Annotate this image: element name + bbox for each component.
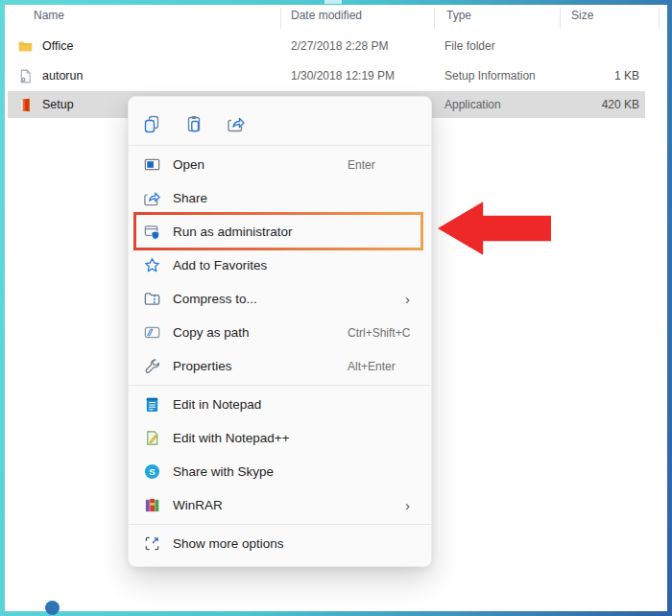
selection-drag-handle[interactable] <box>45 601 60 615</box>
winrar-icon <box>142 496 161 515</box>
quick-actions-row <box>129 105 431 143</box>
menu-item-open[interactable]: Open Enter <box>129 148 431 181</box>
red-arrow-annotation <box>438 201 551 256</box>
menu-separator <box>129 385 431 386</box>
menu-item-shortcut: Alt+Enter <box>348 360 396 373</box>
skype-icon: S <box>142 462 161 482</box>
menu-item-label: Open <box>173 157 416 172</box>
file-type: File folder <box>444 39 588 53</box>
file-type: Application <box>444 98 588 111</box>
compress-folder-icon <box>142 290 161 309</box>
column-divider <box>560 8 561 29</box>
share-icon[interactable] <box>227 114 246 133</box>
file-row-office[interactable]: Office 2/27/2018 2:28 PM File folder <box>8 32 645 60</box>
menu-item-compress-to[interactable]: Compress to... › <box>129 282 431 316</box>
menu-item-label: Edit in Notepad <box>173 397 416 412</box>
notepad-icon <box>142 395 161 415</box>
svg-text:S: S <box>149 466 155 477</box>
menu-item-label: Compress to... <box>173 292 416 306</box>
column-divider <box>280 8 281 29</box>
file-row-autorun[interactable]: autorun 1/30/2018 12:19 PM Setup Informa… <box>8 61 645 90</box>
menu-item-label: Show more options <box>173 536 416 551</box>
admin-shield-icon <box>142 223 161 242</box>
setup-info-icon <box>17 68 34 84</box>
menu-item-add-to-favorites[interactable]: Add to Favorites <box>129 249 431 282</box>
column-header-date-modified[interactable]: Date modified <box>291 9 362 22</box>
menu-item-label: Edit with Notepad++ <box>173 431 416 445</box>
menu-item-run-as-administrator[interactable]: Run as administrator <box>129 215 431 249</box>
file-date: 1/30/2018 12:19 PM <box>291 69 444 83</box>
paste-icon[interactable] <box>184 114 204 133</box>
menu-item-label: Run as administrator <box>173 225 416 239</box>
menu-item-copy-as-path[interactable]: Copy as path Ctrl+Shift+C <box>129 316 431 349</box>
menu-item-edit-with-notepadpp[interactable]: Edit with Notepad++ <box>129 421 431 455</box>
column-header-name[interactable]: Name <box>34 9 64 22</box>
open-window-icon <box>142 155 161 175</box>
file-type: Setup Information <box>444 69 588 83</box>
context-menu: Open Enter Share Run as administrator Ad… <box>128 96 432 567</box>
menu-item-winrar[interactable]: WinRAR › <box>129 488 431 522</box>
file-date: 2/27/2018 2:28 PM <box>291 39 444 53</box>
menu-item-share-with-skype[interactable]: S Share with Skype <box>129 455 431 488</box>
submenu-chevron-icon: › <box>405 292 410 306</box>
menu-separator <box>129 524 431 525</box>
show-more-icon <box>142 534 161 554</box>
menu-item-show-more-options[interactable]: Show more options <box>129 527 431 560</box>
wrench-icon <box>142 357 161 376</box>
menu-item-label: Share <box>173 191 416 205</box>
office-setup-icon <box>17 97 34 113</box>
submenu-chevron-icon: › <box>405 498 410 512</box>
menu-item-shortcut: Ctrl+Shift+C <box>348 326 410 340</box>
copy-path-icon <box>142 323 161 343</box>
column-header-type[interactable]: Type <box>446 9 471 22</box>
screenshot-stage: Name Date modified Type Size Office 2/27… <box>0 0 672 616</box>
folder-icon <box>17 38 34 55</box>
menu-item-label: Share with Skype <box>173 464 416 479</box>
file-size: 420 KB <box>588 98 645 111</box>
selection-frame-notch <box>324 0 342 4</box>
file-name: autorun <box>42 69 83 83</box>
share-icon <box>142 189 161 208</box>
menu-separator <box>129 145 431 146</box>
menu-item-label: Add to Favorites <box>173 258 416 272</box>
menu-item-properties[interactable]: Properties Alt+Enter <box>129 349 431 383</box>
column-header-size[interactable]: Size <box>571 9 593 22</box>
notepadpp-icon <box>142 429 161 448</box>
column-divider <box>434 8 435 29</box>
file-size: 1 KB <box>588 69 645 83</box>
column-divider <box>659 8 660 29</box>
file-name: Setup <box>42 98 74 111</box>
file-name: Office <box>42 39 73 53</box>
star-icon <box>142 256 161 275</box>
menu-item-label: WinRAR <box>173 498 416 512</box>
menu-item-shortcut: Enter <box>348 158 375 172</box>
menu-item-edit-in-notepad[interactable]: Edit in Notepad <box>129 388 431 421</box>
menu-item-share[interactable]: Share <box>129 181 431 215</box>
copy-icon[interactable] <box>142 114 161 133</box>
